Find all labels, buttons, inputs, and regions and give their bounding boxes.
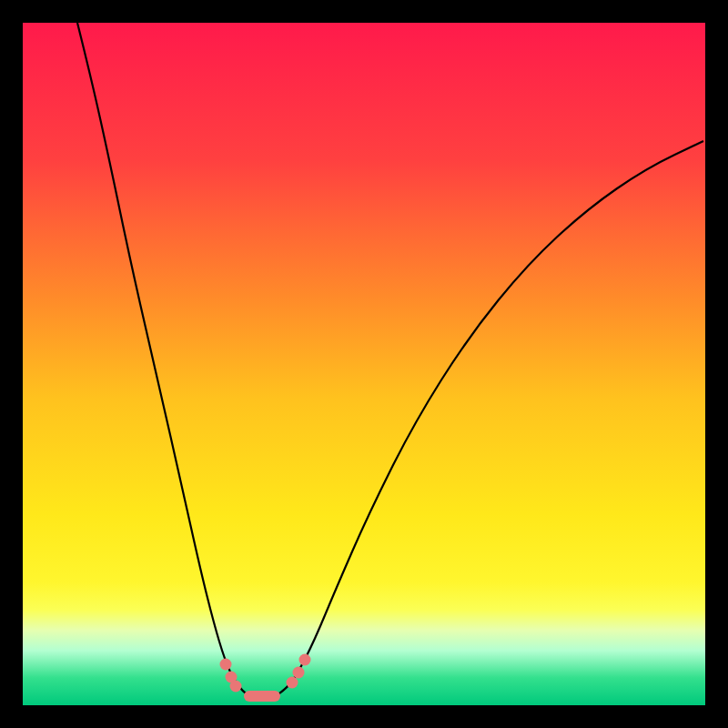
chart-frame: TheBottleneck.com (23, 23, 705, 705)
marker-dot (293, 667, 305, 679)
marker-dot (287, 677, 298, 689)
marker-flat (244, 691, 280, 702)
marker-dot (299, 654, 311, 666)
marker-dot (220, 659, 232, 671)
gradient-bg (23, 23, 705, 705)
plot-svg (23, 23, 705, 705)
marker-dot (230, 681, 242, 693)
